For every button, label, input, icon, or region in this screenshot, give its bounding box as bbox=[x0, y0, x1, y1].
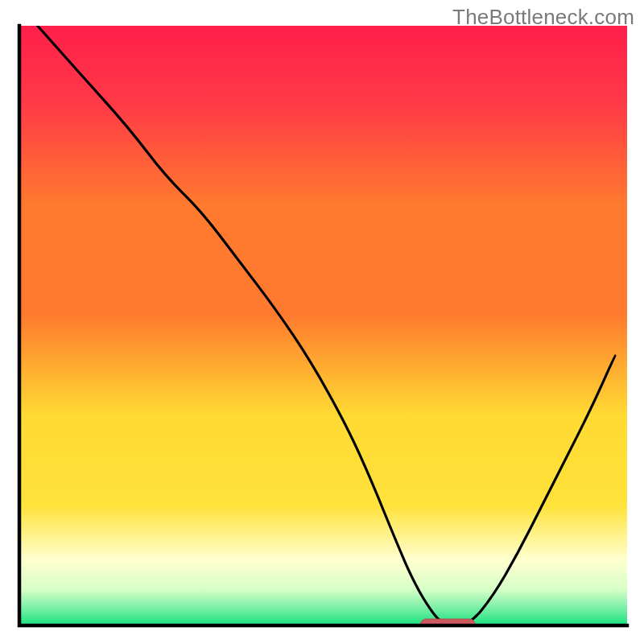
plot-background bbox=[19, 26, 627, 625]
chart-container: { "watermark": "TheBottleneck.com", "col… bbox=[0, 0, 644, 644]
watermark-text: TheBottleneck.com bbox=[452, 5, 634, 30]
chart-svg bbox=[0, 0, 644, 644]
